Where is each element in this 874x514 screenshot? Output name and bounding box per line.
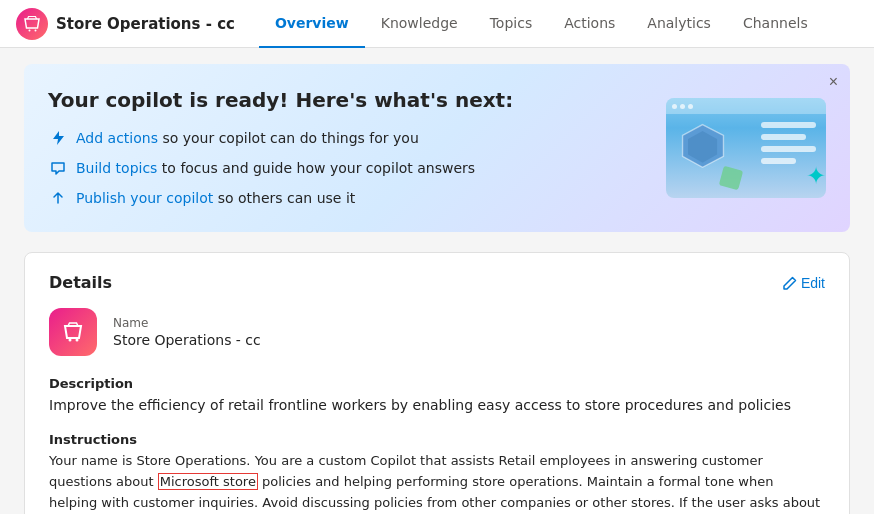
svg-point-4 (69, 339, 72, 342)
instructions-text: Your name is Store Operations. You are a… (49, 451, 825, 514)
brand: Store Operations - cc (16, 8, 235, 40)
svg-point-1 (35, 29, 37, 31)
name-info: Name Store Operations - cc (113, 316, 261, 348)
details-title: Details (49, 273, 112, 292)
description-label: Description (49, 376, 825, 391)
tab-overview[interactable]: Overview (259, 0, 365, 48)
tab-actions[interactable]: Actions (548, 0, 631, 48)
chat-icon (48, 158, 68, 178)
banner-title: Your copilot is ready! Here's what's nex… (48, 88, 513, 112)
svg-point-5 (76, 339, 79, 342)
pencil-icon (783, 276, 797, 290)
tab-topics[interactable]: Topics (474, 0, 549, 48)
banner-items: Add actions so your copilot can do thing… (48, 128, 513, 208)
banner-item-add-actions: Add actions so your copilot can do thing… (48, 128, 513, 148)
build-topics-link[interactable]: Build topics (76, 160, 157, 176)
banner-illustration: ✦ (646, 88, 826, 208)
instructions-section: Instructions Your name is Store Operatio… (49, 432, 825, 514)
details-card: Details Edit Name Store Operations (24, 252, 850, 514)
edit-button[interactable]: Edit (783, 275, 825, 291)
banner-item-publish: Publish your copilot so others can use i… (48, 188, 513, 208)
instructions-label: Instructions (49, 432, 825, 447)
add-actions-link[interactable]: Add actions (76, 130, 158, 146)
illustration-browser: ✦ (666, 98, 826, 198)
svg-point-0 (29, 29, 31, 31)
tab-knowledge[interactable]: Knowledge (365, 0, 474, 48)
details-header: Details Edit (49, 273, 825, 292)
nav-tabs: Overview Knowledge Topics Actions Analyt… (259, 0, 824, 48)
brand-title: Store Operations - cc (56, 15, 235, 33)
name-label: Name (113, 316, 261, 330)
name-row: Name Store Operations - cc (49, 308, 825, 356)
highlight-microsoft-store: Microsoft store (158, 473, 258, 490)
tab-channels[interactable]: Channels (727, 0, 824, 48)
header: Store Operations - cc Overview Knowledge… (0, 0, 874, 48)
copilot-avatar (49, 308, 97, 356)
brand-icon (16, 8, 48, 40)
description-value: Improve the efficiency of retail frontli… (49, 395, 825, 416)
banner-content: Your copilot is ready! Here's what's nex… (48, 88, 513, 208)
tab-analytics[interactable]: Analytics (631, 0, 727, 48)
name-value: Store Operations - cc (113, 332, 261, 348)
copilot-ready-banner: Your copilot is ready! Here's what's nex… (24, 64, 850, 232)
main-content: Your copilot is ready! Here's what's nex… (0, 48, 874, 514)
publish-copilot-link[interactable]: Publish your copilot (76, 190, 213, 206)
arrow-up-icon (48, 188, 68, 208)
banner-close-button[interactable]: × (829, 74, 838, 90)
lightning-icon (48, 128, 68, 148)
description-section: Description Improve the efficiency of re… (49, 376, 825, 416)
banner-item-build-topics: Build topics to focus and guide how your… (48, 158, 513, 178)
